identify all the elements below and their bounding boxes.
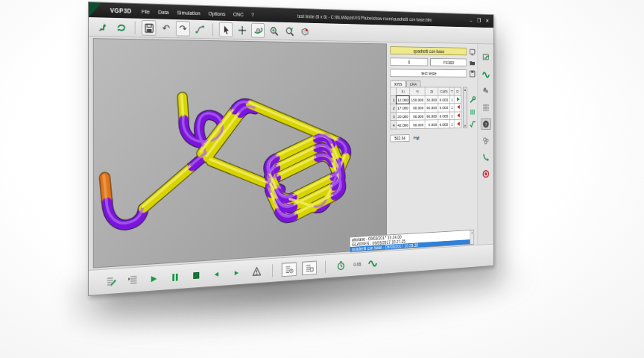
program-list-icon[interactable] bbox=[125, 271, 141, 289]
cell-yi[interactable]: 150.000 bbox=[410, 95, 426, 104]
collet-bars-icon[interactable] bbox=[469, 108, 476, 116]
wire-spring-icon[interactable] bbox=[366, 256, 379, 271]
menu-options[interactable]: Options bbox=[209, 10, 226, 16]
part-name-field[interactable]: quadretti con base bbox=[391, 46, 467, 55]
orbit-rotate-icon[interactable] bbox=[251, 23, 265, 38]
total-length-field[interactable]: 502.04 bbox=[391, 134, 410, 142]
cell-zi[interactable]: 6.000 bbox=[425, 120, 438, 128]
menu-file[interactable]: File bbox=[142, 8, 150, 15]
record-target-icon[interactable] bbox=[480, 168, 490, 180]
tab-lra[interactable]: LRA bbox=[406, 81, 421, 87]
timeline-toggle-2[interactable] bbox=[302, 260, 317, 275]
toolbar-separator bbox=[325, 260, 326, 273]
set-viewpoint-icon[interactable] bbox=[298, 24, 311, 39]
main-area: quadretti con base 6 FE360 test teste bbox=[89, 37, 493, 270]
window-controls: – ❐ ✕ bbox=[470, 18, 493, 24]
cell-xi[interactable]: 42.000 bbox=[396, 121, 409, 129]
menu-cnc[interactable]: CNC bbox=[233, 10, 244, 17]
bend-direction-icon[interactable] bbox=[454, 120, 461, 128]
cell-zi[interactable]: 30.000 bbox=[425, 95, 438, 104]
save-icon[interactable] bbox=[142, 20, 156, 36]
col-zi: Zi bbox=[425, 87, 438, 95]
table-tools bbox=[469, 87, 476, 128]
cell-clri[interactable]: 6.000 bbox=[438, 120, 449, 128]
simulation-time: 0.06 bbox=[353, 262, 361, 267]
close-button[interactable]: ✕ bbox=[485, 19, 489, 24]
bend-direction-icon[interactable] bbox=[454, 95, 461, 104]
program-name-field[interactable]: test teste bbox=[391, 69, 467, 77]
cell-clri[interactable]: 6.000 bbox=[438, 104, 449, 112]
play-icon[interactable]: ▶ bbox=[146, 270, 161, 287]
menu-data[interactable]: Data bbox=[158, 8, 168, 15]
rotate-refresh-icon[interactable] bbox=[113, 19, 128, 35]
cell-zi[interactable]: 90.000 bbox=[425, 112, 438, 120]
coords-table: Xi Yi Zi CLRi T D 1 12.000 150.000 bbox=[391, 87, 461, 129]
stop-icon[interactable] bbox=[189, 267, 203, 284]
step-back-icon[interactable]: ◀ bbox=[209, 266, 224, 282]
cell-xi[interactable]: 17.000 bbox=[396, 104, 409, 112]
step-forward-icon[interactable]: ▶ bbox=[230, 265, 244, 281]
timeline-toggle-1[interactable] bbox=[282, 262, 297, 277]
help-icon[interactable]: ? bbox=[480, 119, 490, 131]
col-clri: CLRi bbox=[438, 87, 449, 95]
cell-clri[interactable]: 6.000 bbox=[438, 112, 449, 120]
cell-yi[interactable]: 90.000 bbox=[410, 120, 426, 128]
pan-move-icon[interactable] bbox=[236, 22, 249, 37]
pause-icon[interactable] bbox=[168, 268, 183, 286]
viewport-3d[interactable] bbox=[93, 38, 387, 268]
collision-check-icon[interactable] bbox=[480, 135, 490, 147]
tools-wrench-icon[interactable] bbox=[469, 96, 476, 104]
verify-check-icon[interactable] bbox=[469, 120, 476, 128]
toolbar-separator bbox=[272, 264, 273, 277]
col-d: D bbox=[454, 87, 461, 95]
maximize-button[interactable]: ❐ bbox=[477, 19, 481, 24]
toolbar-separator bbox=[212, 23, 213, 36]
window-title: test teste (6 x 6) - C:\BLMApps\VGP\tube… bbox=[254, 12, 470, 23]
tool-matrix-icon[interactable] bbox=[480, 101, 490, 113]
wire-spring-icon[interactable] bbox=[480, 69, 490, 81]
program-edit-icon[interactable] bbox=[103, 273, 119, 290]
menu-simulation[interactable]: Simulation bbox=[177, 9, 200, 16]
coords-tabs: XYZi LRA bbox=[391, 81, 476, 87]
vgp3d-window: VGP3D File Data Simulation Options CNC ?… bbox=[88, 1, 493, 296]
zoom-in-icon[interactable] bbox=[267, 23, 280, 38]
part-panel: quadretti con base 6 FE360 test teste bbox=[387, 43, 478, 251]
path-edit-icon[interactable] bbox=[192, 22, 206, 37]
redo-icon[interactable]: ↷ bbox=[176, 21, 190, 37]
zoom-window-icon[interactable] bbox=[282, 24, 295, 39]
minimize-button[interactable]: – bbox=[470, 18, 472, 23]
cell-yi[interactable]: 90.000 bbox=[410, 112, 426, 120]
cell-yi[interactable]: 90.000 bbox=[410, 104, 426, 112]
stopwatch-icon[interactable] bbox=[334, 257, 347, 273]
brand-wedge bbox=[89, 2, 101, 17]
wire-part-render bbox=[94, 39, 386, 267]
cell-xi[interactable]: 20.000 bbox=[396, 112, 409, 120]
material-field[interactable]: FE360 bbox=[430, 58, 467, 66]
table-scrollbar[interactable]: ▲▼ bbox=[463, 87, 467, 128]
open-folder-icon[interactable] bbox=[469, 59, 476, 66]
display-part-icon[interactable] bbox=[469, 48, 476, 55]
import-part-icon[interactable] bbox=[96, 19, 111, 34]
bend-head-icon[interactable] bbox=[480, 85, 490, 96]
tab-xyzi[interactable]: XYZi bbox=[391, 81, 406, 87]
recent-scrollbar[interactable]: ▲ bbox=[470, 230, 473, 244]
select-cursor-icon[interactable] bbox=[219, 22, 233, 37]
table-row: 4 42.000 90.000 6.000 6.000 1 bbox=[391, 120, 461, 129]
save-part-icon[interactable] bbox=[469, 69, 476, 77]
bend-direction-icon[interactable] bbox=[454, 104, 461, 112]
menubar: File Data Simulation Options CNC ? bbox=[142, 8, 254, 18]
warning-icon[interactable] bbox=[250, 263, 264, 280]
table-row: 1 12.000 150.000 30.000 6.000 1 bbox=[391, 95, 461, 104]
undo-icon[interactable]: ↶ bbox=[159, 20, 173, 36]
bend-arrow-icon[interactable] bbox=[480, 151, 490, 163]
load-part-icon[interactable] bbox=[480, 51, 490, 63]
page-background: VGP3D File Data Simulation Options CNC ?… bbox=[0, 0, 644, 358]
cell-zi[interactable]: 90.000 bbox=[425, 104, 438, 112]
quantity-field[interactable]: 6 bbox=[391, 57, 429, 66]
table-row: 2 17.000 90.000 90.000 6.000 1 bbox=[391, 104, 461, 113]
cell-xi[interactable]: 12.000 bbox=[396, 95, 409, 104]
bend-direction-icon[interactable] bbox=[454, 112, 461, 120]
cell-clri[interactable]: 6.000 bbox=[438, 95, 449, 104]
col-yi: Yi bbox=[410, 87, 426, 95]
app-name: VGP3D bbox=[110, 7, 132, 15]
